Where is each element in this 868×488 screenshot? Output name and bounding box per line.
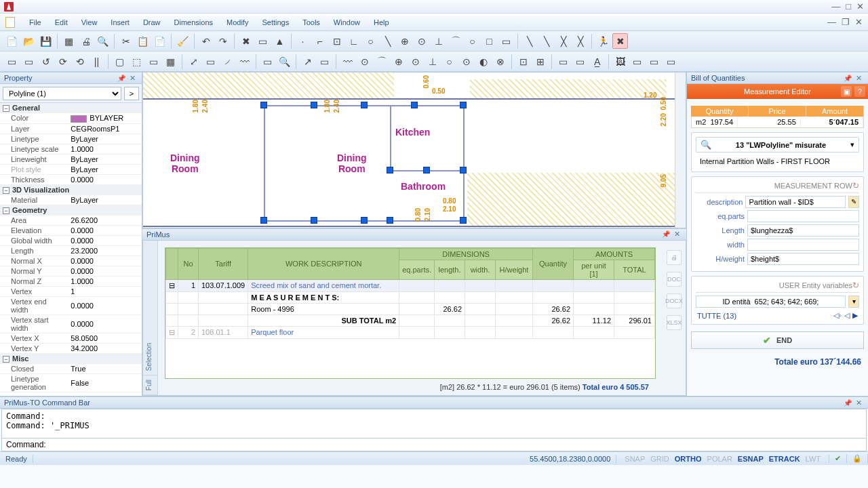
- reload-icon[interactable]: ↻: [852, 181, 859, 190]
- toolbar-button[interactable]: ⟋: [220, 54, 235, 69]
- chevron-down-icon[interactable]: ▾: [850, 140, 854, 149]
- prop-row[interactable]: Linetype generationFalse: [0, 373, 142, 392]
- toolbar-button[interactable]: ✂: [118, 33, 134, 49]
- toolbar-button[interactable]: ⌐: [312, 33, 328, 49]
- toolbar-button[interactable]: 📄: [152, 33, 167, 49]
- minimize-icon[interactable]: —: [831, 1, 840, 12]
- toolbar-button[interactable]: ⊥: [425, 54, 440, 69]
- maximize-icon[interactable]: □: [846, 1, 851, 12]
- toolbar-button[interactable]: ↺: [38, 54, 54, 69]
- toolbar-button[interactable]: ▭: [572, 54, 588, 69]
- status-toggle-lwt[interactable]: LWT: [803, 455, 823, 463]
- hweight-field[interactable]: [747, 253, 859, 265]
- toolbar-button[interactable]: ▭: [4, 54, 20, 69]
- toolbar-button[interactable]: ⊥: [431, 33, 446, 49]
- toolbar-button[interactable]: 🔍: [277, 54, 292, 69]
- toolbar-button[interactable]: 📄: [4, 33, 20, 49]
- menu-tools[interactable]: Tools: [296, 16, 326, 28]
- toolbar-button[interactable]: ▢: [112, 54, 127, 69]
- menu-view[interactable]: View: [75, 16, 104, 28]
- prop-row[interactable]: MaterialByLayer: [0, 195, 142, 205]
- mdi-close-icon[interactable]: ✕: [855, 17, 863, 27]
- status-toggle-grid[interactable]: GRID: [648, 455, 672, 463]
- toolbar-button[interactable]: ▭: [646, 54, 662, 69]
- command-input[interactable]: [51, 440, 862, 449]
- pin-icon[interactable]: 📌: [842, 399, 854, 407]
- nav-prev-icon[interactable]: ◁: [844, 311, 850, 320]
- status-lock-icon[interactable]: 🔒: [847, 454, 868, 463]
- drawing-canvas[interactable]: Dining RoomDining RoomKitchenBathroomTer…: [142, 72, 686, 228]
- toolbar-button[interactable]: 〰: [340, 54, 355, 69]
- reload-icon[interactable]: ↻: [852, 281, 859, 290]
- toolbar-button[interactable]: ╳: [572, 33, 588, 49]
- menu-insert[interactable]: Insert: [104, 16, 136, 28]
- status-toggle-snap[interactable]: SNAP: [622, 455, 648, 463]
- toolbar-button[interactable]: ◐: [475, 54, 491, 69]
- toolbar-button[interactable]: ⟲: [72, 54, 87, 69]
- prop-row[interactable]: LinetypeByLayer: [0, 134, 142, 144]
- prop-row[interactable]: Elevation0.0000: [0, 225, 142, 235]
- toolbar-button[interactable]: 💾: [38, 33, 54, 49]
- prop-row[interactable]: ColorBYLAYER: [0, 113, 142, 124]
- export-doc-icon[interactable]: DOC: [667, 272, 682, 287]
- toolbar-button[interactable]: ⊡: [329, 33, 344, 49]
- primus-table[interactable]: No Tariff WORK DESCRIPTION DIMENSIONS Qu…: [165, 247, 656, 380]
- toolbar-button[interactable]: ⟳: [55, 54, 71, 69]
- toolbar-button[interactable]: ▲: [272, 33, 288, 49]
- menu-modify[interactable]: Modify: [220, 16, 254, 28]
- toolbar-button[interactable]: ⊡: [515, 54, 531, 69]
- toolbar-button[interactable]: ▭: [255, 33, 271, 49]
- toolbar-button[interactable]: 🔍: [95, 33, 111, 49]
- prop-row[interactable]: Normal Y0.0000: [0, 266, 142, 276]
- toolbar-button[interactable]: ○: [363, 33, 378, 49]
- toolbar-button[interactable]: 🖼: [612, 54, 628, 69]
- toolbar-button[interactable]: ⬚: [129, 54, 144, 69]
- toolbar-button[interactable]: □: [481, 33, 497, 49]
- close-panel-icon[interactable]: ✕: [854, 74, 864, 83]
- toolbar-button[interactable]: 〰: [237, 54, 252, 69]
- pin-icon[interactable]: 📌: [842, 75, 854, 82]
- toolbar-button[interactable]: ⊗: [492, 54, 508, 69]
- toolbar-button[interactable]: ▭: [203, 54, 218, 69]
- toolbar-button[interactable]: ⊞: [532, 54, 548, 69]
- toolbar-button[interactable]: 📋: [135, 33, 151, 49]
- help-icon[interactable]: ?: [854, 86, 865, 97]
- menu-dimensions[interactable]: Dimensions: [168, 16, 219, 28]
- entity-ids-field[interactable]: [696, 296, 846, 308]
- toolbar-button[interactable]: ⊙: [357, 54, 372, 69]
- prop-row[interactable]: Global width0.0000: [0, 235, 142, 245]
- toolbar-button[interactable]: ╲: [538, 33, 554, 49]
- prop-row[interactable]: Normal X0.0000: [0, 256, 142, 266]
- pin-icon[interactable]: 📌: [115, 75, 127, 82]
- prop-row[interactable]: Vertex end width0.0000: [0, 296, 142, 314]
- toolbar-button[interactable]: ⊕: [391, 54, 406, 69]
- status-toggle-polar[interactable]: POLAR: [705, 455, 735, 463]
- toolbar-button[interactable]: ○: [441, 54, 457, 69]
- toolbar-button[interactable]: ▭: [498, 33, 514, 49]
- menu-edit[interactable]: Edit: [49, 16, 74, 28]
- print-icon[interactable]: 🖨: [667, 250, 682, 265]
- nav-next-icon[interactable]: ▶: [852, 311, 858, 320]
- toolbar-button[interactable]: 🧹: [175, 33, 191, 49]
- status-toggle-esnap[interactable]: ESNAP: [735, 455, 766, 463]
- toolbar-button[interactable]: ·: [295, 33, 311, 49]
- eqparts-field[interactable]: [747, 210, 859, 222]
- toolbar-button[interactable]: ||: [89, 54, 104, 69]
- toolbar-button[interactable]: 📂: [21, 33, 37, 49]
- nav-first-icon[interactable]: ◁◦: [833, 311, 842, 320]
- toolbar-button[interactable]: ↷: [215, 33, 231, 49]
- toolbar-button[interactable]: ▭: [146, 54, 161, 69]
- property-grid[interactable]: −GeneralColorBYLAYERLayerCEGRoomsP1Linet…: [0, 103, 142, 396]
- prop-row[interactable]: Vertex1: [0, 286, 142, 296]
- status-toggle-etrack[interactable]: ETRACK: [766, 455, 803, 463]
- toolbar-button[interactable]: ╳: [555, 33, 571, 49]
- toolbar-button[interactable]: 🖨: [78, 33, 94, 49]
- toolbar-button[interactable]: ⊙: [408, 54, 423, 69]
- prop-row[interactable]: Thickness0.0000: [0, 174, 142, 184]
- property-selector[interactable]: Polyline (1): [3, 87, 121, 100]
- mdi-restore-icon[interactable]: ❐: [842, 17, 850, 27]
- prop-row[interactable]: Length23.2000: [0, 245, 142, 256]
- close-panel-icon[interactable]: ✕: [854, 399, 864, 407]
- prop-row[interactable]: LayerCEGRoomsP1: [0, 123, 142, 134]
- menu-help[interactable]: Help: [368, 16, 395, 28]
